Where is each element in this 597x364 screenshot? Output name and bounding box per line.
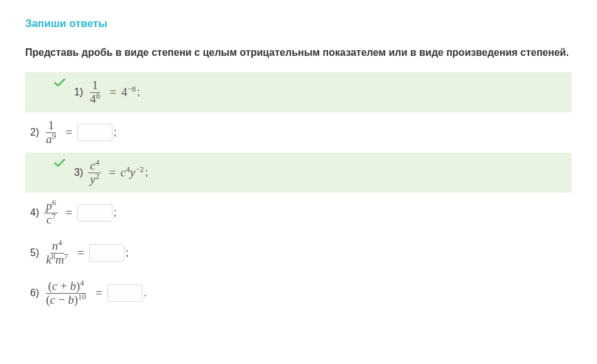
trailing-punct: . (144, 287, 146, 299)
fraction: n4k8m7 (44, 240, 70, 267)
item-number: 4) (30, 207, 39, 218)
item-number: 3) (74, 167, 83, 178)
equals-sign: = (109, 166, 116, 179)
answer-input[interactable] (107, 284, 143, 302)
fraction: 148 (88, 79, 102, 106)
check-icon (53, 76, 67, 90)
exercise-row: 5)n4k8m7= ; (25, 233, 572, 273)
trailing-punct: ; (114, 207, 116, 218)
equation: 6)(c + b)4(c − b)10= . (30, 280, 146, 307)
answer-input[interactable] (89, 244, 124, 262)
trailing-punct: ; (137, 87, 140, 98)
exercise-row: 1)148=4−8 ; (25, 72, 572, 112)
equals-sign: = (77, 246, 84, 260)
fraction-denominator: k8m7 (44, 254, 70, 267)
fraction-denominator: (c − b)10 (44, 294, 88, 307)
fraction-denominator: a9 (44, 133, 58, 146)
fraction-denominator: c7 (45, 213, 58, 227)
exercise-row: 4)p6c7= ; (25, 193, 572, 233)
equals-sign: = (65, 206, 72, 220)
equation: 3)c4y2=c4y−2 ; (74, 159, 148, 186)
item-number: 1) (74, 87, 83, 98)
item-number: 5) (30, 247, 39, 259)
trailing-punct: ; (145, 167, 148, 178)
equals-sign: = (96, 286, 102, 300)
exercise-row: 3)c4y2=c4y−2 ; (25, 153, 572, 193)
trailing-punct: ; (114, 127, 116, 138)
fraction-denominator: 48 (88, 93, 102, 106)
equals-sign: = (65, 126, 72, 139)
exercise-page: Запиши ответы Представь дробь в виде сте… (0, 0, 597, 319)
item-number: 6) (30, 287, 39, 299)
fraction-denominator: y2 (88, 173, 101, 186)
items-container: 1)148=4−8 ;2)1a9= ;3)c4y2=c4y−2 ;4)p6c7=… (25, 72, 572, 313)
exercise-row: 6)(c + b)4(c − b)10= . (25, 273, 572, 313)
exercise-row: 2)1a9= ; (25, 112, 572, 153)
answer-value: 4−8 (121, 85, 136, 99)
item-number: 2) (30, 127, 39, 138)
fraction: (c + b)4(c − b)10 (44, 280, 88, 307)
answer-value: c4y−2 (121, 166, 144, 179)
section-title: Запиши ответы (25, 18, 572, 30)
equation: 2)1a9= ; (30, 119, 116, 146)
equation: 1)148=4−8 ; (74, 79, 140, 106)
answer-input[interactable] (77, 204, 112, 222)
equation: 5)n4k8m7= ; (30, 240, 128, 267)
trailing-punct: ; (126, 247, 128, 259)
fraction: 1a9 (44, 119, 58, 146)
fraction: c4y2 (88, 159, 101, 186)
answer-input[interactable] (77, 124, 112, 141)
check-icon (53, 156, 67, 170)
equation: 4)p6c7= ; (30, 200, 116, 227)
instruction-text: Представь дробь в виде степени с целым о… (25, 41, 572, 63)
equals-sign: = (109, 85, 116, 99)
fraction: p6c7 (44, 200, 58, 227)
